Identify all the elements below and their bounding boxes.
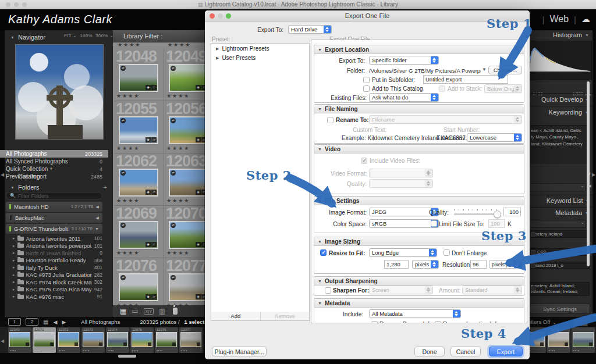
filmstrip-thumbnail[interactable]: 12075•••• — [130, 327, 154, 353]
metadata-field[interactable]: Ireland 2019 i_o — [529, 262, 590, 269]
filmstrip-thumbnail[interactable]: 12076•••• — [155, 327, 178, 353]
section-header[interactable]: ▼Export Location — [314, 45, 524, 54]
section-header[interactable]: ▼Output Sharpening — [314, 277, 524, 286]
existing-files-select[interactable]: Ask what to do — [369, 93, 439, 102]
filmstrip-thumbnail[interactable]: 12073•••• — [81, 327, 105, 353]
dont-enlarge-checkbox[interactable] — [444, 249, 450, 256]
quality-slider[interactable] — [454, 213, 498, 215]
folder-item[interactable]: ▸Arizona favorites 2011101 — [6, 235, 102, 242]
filter-folders-input[interactable]: 🔍 Filter Folders — [6, 192, 102, 199]
section-header[interactable]: ▼File Naming — [314, 105, 524, 113]
folder-item[interactable]: ▸KAC #974 Block Creek May...302 — [6, 279, 102, 286]
add-to-catalog-checkbox[interactable] — [363, 85, 370, 92]
metadata-header[interactable]: Metadata ▼ — [555, 209, 589, 216]
collapse-right-panel-icon[interactable]: ▶ — [592, 172, 595, 177]
section-header[interactable]: ▼Metadata — [314, 299, 524, 308]
filmstrip-thumbnail[interactable]: 12074•••• — [106, 327, 129, 353]
spray-can-icon[interactable] — [173, 308, 178, 315]
specific-folder-select[interactable]: Specific folder — [369, 56, 439, 65]
filters-off-select[interactable]: Filters Off⌄ — [526, 319, 556, 325]
collapse-left-panel-icon[interactable]: ◀ — [1, 172, 4, 177]
add-folder-icon[interactable]: + — [104, 184, 107, 191]
filmstrip-thumbnail[interactable]: 12072•••• — [57, 327, 80, 353]
histogram-header[interactable]: Histogram ▼ — [553, 31, 589, 38]
grid-view-icon[interactable]: ▦ — [43, 319, 48, 325]
catalog-item[interactable]: All Synced Photographs0 — [0, 158, 108, 165]
main-monitor-button[interactable]: 1 — [8, 318, 21, 326]
export-confirm-button[interactable]: Export — [489, 347, 523, 356]
resolution-field[interactable]: 96 — [470, 260, 487, 269]
rename-to-checkbox[interactable] — [327, 117, 334, 123]
video-format-select[interactable] — [369, 169, 433, 177]
volume-header[interactable]: G-DRIVE Thunderbolt 33.1 / 10 TB▼ — [6, 224, 102, 234]
catalog-item[interactable]: All Photographs203325 — [0, 150, 108, 158]
folder-item[interactable]: ▸KAC #976 misc91 — [6, 293, 102, 301]
size-unit-select[interactable]: pixels — [412, 260, 439, 269]
loupe-view-icon[interactable]: ▭ — [132, 308, 138, 315]
folder-item[interactable]: ▸Arizona favorites powerpoi...101 — [6, 242, 102, 250]
metadata-action-icon[interactable] — [531, 263, 535, 268]
folder-menu-icon[interactable]: ▼ — [482, 67, 487, 72]
grid-cell[interactable]: 12069⇄◆▱★★★★ — [114, 206, 164, 258]
resize-to-fit-checkbox[interactable] — [320, 249, 327, 256]
source-name[interactable]: All Photographs — [81, 319, 120, 325]
grid-cell[interactable]: 12076⇄◆▱★★★★ — [114, 258, 164, 305]
add-preset-button[interactable]: Add — [211, 312, 260, 320]
long-edge-size-field[interactable]: 1,280 — [384, 260, 409, 269]
filmstrip-thumbnail[interactable]: 12070•••• — [8, 327, 31, 353]
keyword-list-header[interactable]: Keyword List ◀ — [547, 197, 589, 204]
filter-toggle[interactable] — [574, 319, 588, 326]
sync-settings-button[interactable]: Sync Settings — [530, 304, 590, 314]
folder-item[interactable]: ▸KAC #975 Costa Rica May 2...942 — [6, 286, 102, 294]
filmstrip-thumbnail[interactable]: 12071•••• — [33, 327, 56, 353]
preset-item[interactable]: ▶Lightroom Presets — [211, 44, 309, 53]
grid-cell[interactable]: 12048⇄◆▱★★★★ — [114, 49, 164, 101]
plugin-manager-button[interactable]: Plug-in Manager... — [212, 347, 267, 356]
grid-view-icon[interactable]: ▦ — [120, 308, 126, 315]
filmstrip-thumbnail[interactable]: 12077•••• — [179, 327, 203, 353]
keyword-set-select[interactable] — [529, 183, 586, 191]
folder-item[interactable]: ▸Birds of Texas finished0 — [6, 249, 102, 257]
grid-cell[interactable]: 12055⇄◆▱★★★★ — [114, 101, 164, 154]
extensions-select[interactable]: Lowercase — [467, 133, 522, 142]
put-in-subfolder-checkbox[interactable] — [363, 77, 370, 83]
module-web[interactable]: Web — [549, 14, 569, 24]
metadata-action-icon[interactable] — [531, 232, 535, 237]
metadata-action-icon[interactable] — [531, 250, 535, 255]
folder-item[interactable]: ▸KAC #973 Julia Graduation282 — [6, 272, 102, 279]
folder-item[interactable]: ▸Houston Portfolio Ready368 — [6, 257, 102, 265]
remove-preset-button[interactable]: Remove — [260, 312, 310, 320]
preset-item[interactable]: ▶User Presets — [211, 53, 309, 62]
filmstrip-thumbnail[interactable]: •••• — [572, 327, 595, 353]
resize-mode-select[interactable]: Long Edge — [369, 248, 437, 257]
sharpen-for-checkbox[interactable] — [325, 287, 331, 294]
section-header[interactable]: ▼File Settings — [314, 197, 524, 205]
subfolder-name-field[interactable]: Untitled Export — [423, 75, 508, 84]
sharpen-amount-select[interactable]: Standard — [462, 286, 522, 294]
metadata-preset-select[interactable] — [529, 220, 586, 228]
catalog-item[interactable]: Previous Import2485 — [0, 173, 108, 180]
add-to-stack-checkbox[interactable] — [439, 85, 445, 92]
resolution-unit-select[interactable]: pixels per inch — [489, 260, 522, 269]
grid-cell[interactable]: 12062⇄◆▱★★★★ — [114, 154, 164, 206]
choose-folder-button[interactable]: Choose... — [488, 66, 522, 74]
stack-position-select[interactable]: Below Original — [484, 84, 522, 93]
metadata-field[interactable]: emetery; Achill Island; Atlantic Ocean; … — [529, 282, 590, 296]
catalog-item[interactable]: Quick Collection +4 — [0, 165, 108, 173]
metadata-action-icon[interactable] — [531, 287, 535, 291]
collapse-filmstrip-icon[interactable]: ◀ — [1, 338, 4, 344]
color-space-select[interactable]: sRGB — [369, 219, 439, 228]
filmstrip-thumbnail[interactable]: 12092•••• — [547, 327, 570, 353]
section-header[interactable]: ▼Video — [314, 145, 524, 154]
go-forward-icon[interactable]: ▶ — [62, 319, 66, 325]
filmstrip-scrollbar[interactable] — [118, 355, 136, 358]
remove-person-info-checkbox[interactable] — [371, 321, 378, 323]
limit-file-size-checkbox[interactable] — [431, 220, 437, 227]
navigator-preview[interactable] — [15, 44, 104, 140]
cloud-sync-icon[interactable]: ☁ — [581, 14, 590, 24]
folders-header[interactable]: ▼ Folders + — [5, 183, 113, 192]
second-monitor-button[interactable]: 2 — [26, 318, 38, 326]
cancel-button[interactable]: Cancel — [450, 347, 481, 356]
remove-location-info-checkbox[interactable] — [435, 321, 441, 323]
volume-header[interactable]: Macintosh HD1.2 / 2.1 TB◀ — [6, 202, 102, 212]
